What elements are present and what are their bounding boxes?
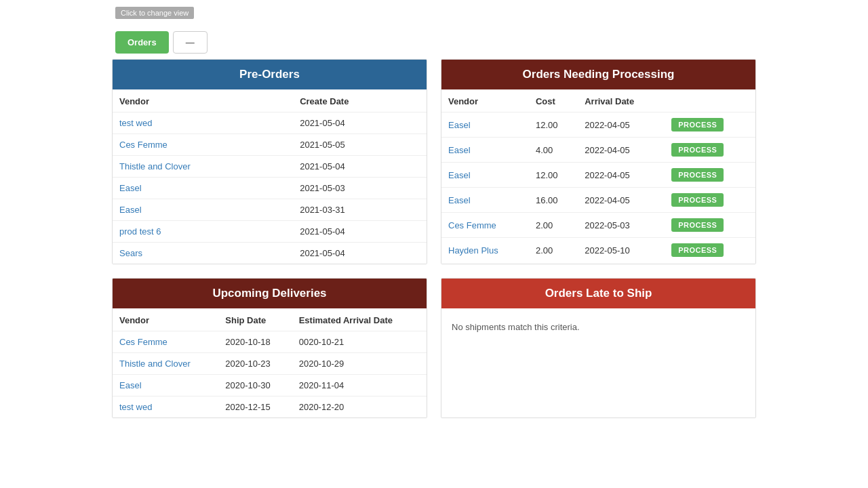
- orders-late-body: No shipments match this criteria.: [441, 308, 755, 418]
- orders-processing-table: Vendor Cost Arrival Date Easel 12.00 202…: [441, 89, 755, 262]
- cost-cell: 12.00: [529, 163, 578, 188]
- orders-late-header: Orders Late to Ship: [441, 279, 755, 308]
- vendor-link[interactable]: prod test 6: [119, 226, 161, 237]
- vendor-link[interactable]: Easel: [448, 145, 471, 155]
- op-col-vendor: Vendor: [441, 89, 529, 113]
- pre-orders-table: Vendor Create Date test wed 2021-05-04 C…: [113, 89, 427, 264]
- vendor-link[interactable]: Ces Femme: [119, 337, 167, 347]
- date-cell: 2021-05-03: [293, 178, 427, 199]
- arrival-cell: 2020-11-04: [292, 375, 427, 396]
- orders-processing-header: Orders Needing Processing: [441, 60, 755, 89]
- cost-cell: 4.00: [529, 138, 578, 163]
- upcoming-deliveries-table: Vendor Ship Date Estimated Arrival Date …: [113, 308, 427, 418]
- orders-processing-panel: Orders Needing Processing Vendor Cost Ar…: [441, 59, 756, 264]
- date-cell: 2021-03-31: [293, 199, 427, 221]
- table-row: Easel 12.00 2022-04-05 PROCESS: [441, 163, 755, 188]
- vendor-link[interactable]: test wed: [119, 402, 152, 412]
- cost-cell: 12.00: [529, 113, 578, 138]
- vendor-link[interactable]: Easel: [448, 170, 471, 180]
- process-button[interactable]: PROCESS: [671, 118, 724, 131]
- upcoming-deliveries-header: Upcoming Deliveries: [113, 279, 427, 308]
- vendor-link[interactable]: Easel: [119, 205, 142, 215]
- pre-orders-col-vendor: Vendor: [113, 89, 293, 113]
- upcoming-deliveries-body[interactable]: Vendor Ship Date Estimated Arrival Date …: [113, 308, 427, 418]
- vendor-link[interactable]: test wed: [119, 118, 152, 128]
- arrival-cell: 2022-04-05: [578, 113, 665, 138]
- arrival-cell: 2020-12-20: [292, 396, 427, 418]
- vendor-link[interactable]: Thistle and Clover: [119, 359, 191, 369]
- ud-col-arrival: Estimated Arrival Date: [292, 308, 427, 331]
- table-row: test wed 2021-05-04: [113, 113, 427, 134]
- table-row: Easel 4.00 2022-04-05 PROCESS: [441, 138, 755, 163]
- vendor-link[interactable]: Sears: [119, 248, 142, 258]
- date-cell: 2021-05-04: [293, 156, 427, 178]
- table-row: Sears 2021-05-04: [113, 243, 427, 264]
- arrival-cell: 2020-10-29: [292, 353, 427, 375]
- ud-col-vendor: Vendor: [113, 308, 218, 331]
- orders-late-panel: Orders Late to Ship No shipments match t…: [441, 278, 756, 418]
- process-button[interactable]: PROCESS: [671, 218, 724, 232]
- vendor-link[interactable]: Thistle and Clover: [119, 161, 191, 171]
- process-button[interactable]: PROCESS: [671, 168, 724, 182]
- ship-date-cell: 2020-10-23: [218, 353, 292, 375]
- vendor-link[interactable]: Ces Femme: [119, 140, 167, 150]
- arrival-cell: 2022-05-03: [578, 213, 665, 238]
- orders-button[interactable]: Orders: [115, 31, 169, 54]
- op-col-action: [665, 89, 755, 113]
- vendor-link[interactable]: Ces Femme: [448, 220, 496, 230]
- table-row: Thistle and Clover 2020-10-23 2020-10-29: [113, 353, 427, 375]
- dash-button[interactable]: —: [173, 31, 208, 54]
- table-row: Easel 12.00 2022-04-05 PROCESS: [441, 113, 755, 138]
- pre-orders-body[interactable]: Vendor Create Date test wed 2021-05-04 C…: [113, 89, 427, 264]
- vendor-link[interactable]: Easel: [119, 183, 142, 193]
- process-button[interactable]: PROCESS: [671, 143, 724, 157]
- pre-orders-header: Pre-Orders: [113, 60, 427, 89]
- op-col-arrival: Arrival Date: [578, 89, 665, 113]
- vendor-link[interactable]: Easel: [448, 195, 471, 205]
- change-view-tooltip[interactable]: Click to change view: [115, 7, 194, 19]
- ud-col-ship: Ship Date: [218, 308, 292, 331]
- pre-orders-panel: Pre-Orders Vendor Create Date test wed 2…: [112, 59, 427, 264]
- ship-date-cell: 2020-10-30: [218, 375, 292, 396]
- cost-cell: 2.00: [529, 213, 578, 238]
- orders-processing-body[interactable]: Vendor Cost Arrival Date Easel 12.00 202…: [441, 89, 755, 264]
- date-cell: 2021-05-04: [293, 221, 427, 243]
- table-row: Thistle and Clover 2021-05-04: [113, 156, 427, 178]
- arrival-cell: 2022-04-05: [578, 188, 665, 213]
- table-row: Ces Femme 2.00 2022-05-03 PROCESS: [441, 213, 755, 238]
- table-row: Easel 16.00 2022-04-05 PROCESS: [441, 188, 755, 213]
- date-cell: 2021-05-04: [293, 243, 427, 264]
- vendor-link[interactable]: Easel: [448, 120, 471, 130]
- table-row: Ces Femme 2020-10-18 0020-10-21: [113, 331, 427, 353]
- vendor-link[interactable]: Hayden Plus: [448, 245, 498, 256]
- date-cell: 2021-05-05: [293, 134, 427, 156]
- process-button[interactable]: PROCESS: [671, 243, 724, 257]
- cost-cell: 16.00: [529, 188, 578, 213]
- table-row: Easel 2020-10-30 2020-11-04: [113, 375, 427, 396]
- arrival-cell: 2022-05-10: [578, 238, 665, 263]
- arrival-cell: 2022-04-05: [578, 138, 665, 163]
- pre-orders-col-date: Create Date: [293, 89, 427, 113]
- ship-date-cell: 2020-12-15: [218, 396, 292, 418]
- orders-late-no-data: No shipments match this criteria.: [441, 308, 755, 346]
- table-row: Easel 2021-05-03: [113, 178, 427, 199]
- table-row: Hayden Plus 2.00 2022-05-10 PROCESS: [441, 238, 755, 263]
- op-col-cost: Cost: [529, 89, 578, 113]
- process-button[interactable]: PROCESS: [671, 193, 724, 207]
- table-row: Ces Femme 2021-05-05: [113, 134, 427, 156]
- ship-date-cell: 2020-10-18: [218, 331, 292, 353]
- table-row: Easel 2021-03-31: [113, 199, 427, 221]
- date-cell: 2021-05-04: [293, 113, 427, 134]
- table-row: prod test 6 2021-05-04: [113, 221, 427, 243]
- upcoming-deliveries-panel: Upcoming Deliveries Vendor Ship Date Est…: [112, 278, 427, 418]
- vendor-link[interactable]: Easel: [119, 380, 142, 390]
- table-row: test wed 2020-12-15 2020-12-20: [113, 396, 427, 418]
- cost-cell: 2.00: [529, 238, 578, 263]
- arrival-cell: 2022-04-05: [578, 163, 665, 188]
- arrival-cell: 0020-10-21: [292, 331, 427, 353]
